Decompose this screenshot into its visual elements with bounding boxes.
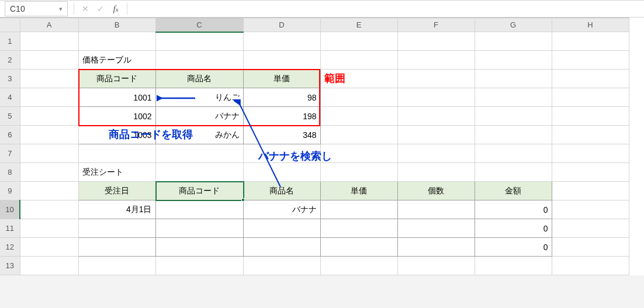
row-header[interactable]: 10 xyxy=(0,200,20,219)
cell[interactable] xyxy=(320,88,397,107)
cell[interactable] xyxy=(243,257,320,275)
row-header[interactable]: 1 xyxy=(0,32,20,51)
cell[interactable] xyxy=(552,257,629,275)
cell[interactable] xyxy=(20,200,78,219)
col-header-H[interactable]: H xyxy=(552,18,629,32)
cell[interactable] xyxy=(475,163,552,182)
cell[interactable] xyxy=(20,88,78,107)
cell[interactable] xyxy=(552,126,629,144)
cell-date[interactable] xyxy=(78,219,155,238)
cell[interactable] xyxy=(20,32,78,51)
cell[interactable] xyxy=(475,70,552,88)
spreadsheet[interactable]: A B C D E F G H 1 2 価格テーブル xyxy=(0,18,644,275)
cell[interactable] xyxy=(475,126,552,144)
price-header-name[interactable]: 商品名 xyxy=(155,70,243,88)
row-header[interactable]: 4 xyxy=(0,88,20,107)
cell[interactable] xyxy=(552,32,629,51)
row-header[interactable]: 13 xyxy=(0,257,20,275)
price-header-price[interactable]: 単価 xyxy=(243,70,320,88)
cell-date[interactable]: 4月1日 xyxy=(78,200,155,219)
cell-qty[interactable] xyxy=(397,200,475,219)
cell-name[interactable] xyxy=(243,219,320,238)
cell[interactable] xyxy=(20,144,78,163)
row-header[interactable]: 7 xyxy=(0,144,20,163)
cell[interactable] xyxy=(552,163,629,182)
formula-input[interactable] xyxy=(131,1,644,16)
cell-code[interactable]: 1001 xyxy=(78,88,155,107)
cell[interactable] xyxy=(552,70,629,88)
cell[interactable] xyxy=(552,51,629,70)
cell-name[interactable]: バナナ xyxy=(243,200,320,219)
cell-name[interactable]: みかん xyxy=(155,126,243,144)
cell[interactable] xyxy=(552,88,629,107)
order-header-price[interactable]: 単価 xyxy=(320,182,397,200)
cell[interactable] xyxy=(78,257,155,275)
cell[interactable] xyxy=(397,163,475,182)
cell[interactable] xyxy=(20,70,78,88)
cell[interactable] xyxy=(397,126,475,144)
section-title[interactable]: 受注シート xyxy=(78,163,155,182)
cell[interactable] xyxy=(475,107,552,126)
cell[interactable] xyxy=(320,144,397,163)
cell-amount[interactable]: 0 xyxy=(475,200,552,219)
cell[interactable] xyxy=(552,144,629,163)
cell[interactable] xyxy=(397,51,475,70)
row-header[interactable]: 5 xyxy=(0,107,20,126)
cell[interactable] xyxy=(397,257,475,275)
cell[interactable] xyxy=(78,144,155,163)
cell[interactable] xyxy=(552,182,629,200)
cell-date[interactable] xyxy=(78,238,155,257)
chevron-down-icon[interactable]: ▾ xyxy=(59,5,63,13)
cell[interactable] xyxy=(552,238,629,257)
cell-code[interactable]: 1003 xyxy=(78,126,155,144)
name-box[interactable]: C10 ▾ xyxy=(5,1,68,16)
cell-qty[interactable] xyxy=(397,238,475,257)
cell[interactable] xyxy=(475,51,552,70)
cell-qty[interactable] xyxy=(397,219,475,238)
order-header-date[interactable]: 受注日 xyxy=(78,182,155,200)
cell-price[interactable] xyxy=(320,238,397,257)
grid[interactable]: A B C D E F G H 1 2 価格テーブル xyxy=(0,18,629,275)
cell[interactable] xyxy=(20,126,78,144)
cell[interactable] xyxy=(475,257,552,275)
cell[interactable] xyxy=(243,51,320,70)
cell[interactable] xyxy=(320,70,397,88)
select-all-corner[interactable] xyxy=(0,18,20,32)
cell[interactable] xyxy=(320,126,397,144)
order-header-name[interactable]: 商品名 xyxy=(243,182,320,200)
row-header[interactable]: 2 xyxy=(0,51,20,70)
order-header-qty[interactable]: 個数 xyxy=(397,182,475,200)
cell[interactable] xyxy=(475,32,552,51)
cell-code[interactable]: 1002 xyxy=(78,107,155,126)
col-header-B[interactable]: B xyxy=(78,18,155,32)
row-header[interactable]: 6 xyxy=(0,126,20,144)
cell[interactable] xyxy=(243,144,320,163)
fx-icon[interactable]: fx xyxy=(108,1,123,16)
cell[interactable] xyxy=(475,88,552,107)
cell[interactable] xyxy=(155,32,243,51)
col-header-C[interactable]: C xyxy=(155,18,243,32)
row-header[interactable]: 9 xyxy=(0,182,20,200)
cell-code[interactable] xyxy=(155,200,243,219)
col-header-F[interactable]: F xyxy=(397,18,475,32)
cell[interactable] xyxy=(243,32,320,51)
row-header[interactable]: 11 xyxy=(0,219,20,238)
cell-name[interactable]: りんご xyxy=(155,88,243,107)
cell[interactable] xyxy=(397,32,475,51)
cell[interactable] xyxy=(397,70,475,88)
cell-price[interactable]: 198 xyxy=(243,107,320,126)
cell[interactable] xyxy=(320,257,397,275)
cell-name[interactable] xyxy=(243,238,320,257)
cell[interactable] xyxy=(552,107,629,126)
cell[interactable] xyxy=(397,144,475,163)
cell-price[interactable] xyxy=(320,219,397,238)
col-header-E[interactable]: E xyxy=(320,18,397,32)
row-header[interactable]: 3 xyxy=(0,70,20,88)
cell[interactable] xyxy=(155,257,243,275)
cell[interactable] xyxy=(78,32,155,51)
cell[interactable] xyxy=(552,219,629,238)
row-header[interactable]: 12 xyxy=(0,238,20,257)
cell-amount[interactable]: 0 xyxy=(475,219,552,238)
cell-amount[interactable]: 0 xyxy=(475,238,552,257)
cell[interactable] xyxy=(155,51,243,70)
